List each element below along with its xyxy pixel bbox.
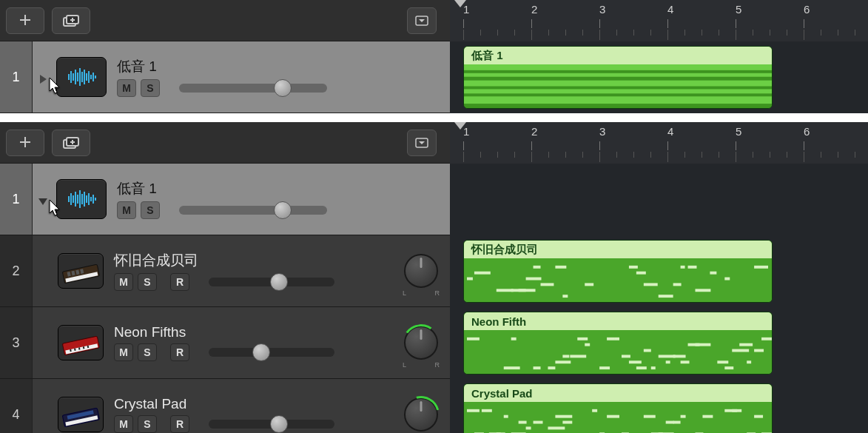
svg-rect-59 bbox=[636, 272, 646, 275]
svg-rect-65 bbox=[695, 289, 710, 292]
track-icon-audio[interactable] bbox=[56, 179, 107, 219]
svg-rect-22 bbox=[464, 96, 772, 104]
track-list-menu-button[interactable] bbox=[407, 7, 437, 34]
track-row-4[interactable]: 4 Crystal Pad M S R bbox=[0, 379, 450, 433]
track-icon-instrument[interactable] bbox=[58, 253, 104, 289]
record-enable-button[interactable]: R bbox=[170, 273, 189, 291]
region-name: 低音 1 bbox=[464, 47, 772, 64]
svg-rect-85 bbox=[577, 338, 588, 340]
mute-button[interactable]: M bbox=[114, 415, 133, 433]
timeline-ruler[interactable]: 1234567 bbox=[450, 0, 868, 41]
timeline-lane[interactable]: Crystal Pad bbox=[450, 379, 868, 433]
svg-rect-90 bbox=[622, 355, 630, 358]
svg-rect-105 bbox=[747, 360, 751, 363]
svg-rect-91 bbox=[629, 360, 642, 363]
svg-rect-87 bbox=[599, 366, 610, 369]
ruler-bar-4: 4 bbox=[667, 3, 673, 16]
svg-rect-64 bbox=[688, 266, 697, 269]
solo-button[interactable]: S bbox=[141, 201, 160, 219]
track-name[interactable]: 低音 1 bbox=[117, 179, 450, 198]
svg-rect-57 bbox=[585, 283, 593, 286]
svg-rect-18 bbox=[464, 64, 772, 70]
svg-rect-92 bbox=[636, 366, 647, 369]
disclosure-right-icon[interactable] bbox=[38, 74, 48, 84]
track-row-1[interactable]: 1 低音 1 bbox=[0, 164, 450, 235]
ruler-bar-1: 1 bbox=[463, 125, 469, 138]
midi-region[interactable]: Neon Fifth bbox=[463, 312, 773, 375]
pan-knob[interactable]: LR bbox=[404, 326, 438, 360]
region-name: Neon Fifth bbox=[464, 312, 772, 330]
svg-rect-107 bbox=[761, 338, 772, 340]
duplicate-track-button[interactable] bbox=[52, 130, 90, 156]
duplicate-track-button[interactable] bbox=[52, 7, 90, 34]
ruler-bar-2: 2 bbox=[531, 125, 537, 138]
keyboard-icon bbox=[60, 256, 101, 286]
record-enable-button[interactable]: R bbox=[170, 343, 189, 361]
pan-knob[interactable]: LR bbox=[404, 254, 438, 288]
svg-rect-95 bbox=[659, 355, 676, 358]
timeline-lane[interactable]: Neon Fifth bbox=[450, 307, 868, 379]
svg-rect-68 bbox=[754, 266, 768, 269]
svg-rect-62 bbox=[673, 283, 682, 286]
mute-button[interactable]: M bbox=[117, 79, 136, 97]
track-icon-instrument[interactable] bbox=[58, 397, 104, 432]
track-row-2[interactable]: 2 怀旧合成贝司 M S R bbox=[0, 235, 450, 307]
record-enable-button[interactable]: R bbox=[170, 415, 189, 433]
region-waveform bbox=[464, 64, 772, 108]
add-track-button[interactable] bbox=[6, 130, 44, 156]
solo-button[interactable]: S bbox=[138, 343, 157, 361]
pan-knob[interactable]: LR bbox=[404, 397, 438, 432]
ruler-bar-6: 6 bbox=[804, 125, 810, 138]
pan-label-l: L bbox=[403, 289, 406, 297]
volume-slider-thumb[interactable] bbox=[274, 201, 292, 219]
volume-slider-thumb[interactable] bbox=[252, 343, 270, 361]
svg-rect-119 bbox=[519, 421, 527, 424]
solo-button[interactable]: S bbox=[141, 79, 160, 97]
volume-slider-thumb[interactable] bbox=[274, 79, 292, 97]
mute-button[interactable]: M bbox=[117, 201, 136, 219]
track-toolbar bbox=[0, 0, 450, 41]
track-name[interactable]: Crystal Pad bbox=[114, 396, 398, 412]
track-name[interactable]: Neon Fifths bbox=[114, 324, 398, 340]
mute-button[interactable]: M bbox=[114, 343, 133, 361]
daw-panel-expanded: 1234567 1 bbox=[0, 122, 868, 433]
timeline-lane[interactable] bbox=[450, 164, 868, 235]
svg-rect-101 bbox=[717, 360, 728, 363]
svg-rect-63 bbox=[681, 266, 685, 269]
track-list-menu-button[interactable] bbox=[407, 130, 437, 156]
ruler-bar-5: 5 bbox=[736, 125, 741, 138]
pan-label-r: R bbox=[435, 361, 440, 369]
pan-label-l: L bbox=[403, 361, 406, 369]
timeline-lane[interactable]: 怀旧合成贝司 bbox=[450, 235, 868, 307]
track-name[interactable]: 低音 1 bbox=[117, 57, 450, 76]
volume-slider[interactable] bbox=[209, 348, 334, 357]
volume-slider[interactable] bbox=[179, 206, 327, 215]
disclosure-down-icon[interactable] bbox=[38, 196, 48, 207]
audio-region[interactable]: 低音 1 bbox=[463, 46, 773, 109]
timeline-lane-1[interactable]: 低音 1 bbox=[450, 41, 868, 113]
volume-slider[interactable] bbox=[179, 84, 327, 93]
solo-button[interactable]: S bbox=[138, 415, 157, 433]
svg-rect-84 bbox=[570, 355, 586, 358]
svg-rect-93 bbox=[644, 349, 651, 352]
svg-rect-96 bbox=[666, 360, 670, 363]
midi-region[interactable]: 怀旧合成贝司 bbox=[463, 240, 773, 303]
track-name[interactable]: 怀旧合成贝司 bbox=[114, 251, 398, 270]
cursor-pointer bbox=[49, 77, 64, 98]
ruler-bar-3: 3 bbox=[599, 125, 605, 138]
track-icon-instrument[interactable] bbox=[58, 325, 104, 360]
track-row-3[interactable]: 3 Neon Fifths M S R bbox=[0, 307, 450, 379]
add-track-button[interactable] bbox=[6, 7, 44, 34]
track-row-1[interactable]: 1 低音 1 bbox=[0, 41, 450, 113]
volume-slider-thumb[interactable] bbox=[270, 273, 288, 291]
solo-button[interactable]: S bbox=[138, 273, 157, 291]
volume-slider[interactable] bbox=[209, 278, 334, 286]
timeline-ruler[interactable]: 1234567 bbox=[450, 122, 868, 164]
track-icon-audio[interactable] bbox=[56, 57, 107, 97]
svg-rect-100 bbox=[695, 343, 710, 346]
volume-slider-thumb[interactable] bbox=[270, 415, 288, 433]
volume-slider[interactable] bbox=[209, 420, 334, 429]
svg-rect-19 bbox=[464, 73, 772, 77]
midi-region[interactable]: Crystal Pad bbox=[463, 383, 773, 433]
mute-button[interactable]: M bbox=[114, 273, 133, 291]
